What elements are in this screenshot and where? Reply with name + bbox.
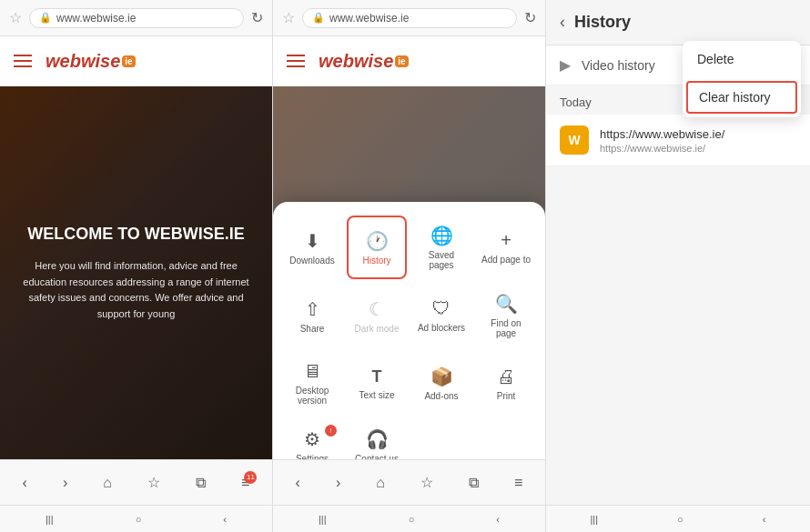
star-icon[interactable]: ☆ [9, 9, 22, 26]
system-nav-3: ||| ○ ‹ [546, 505, 810, 532]
menu-item-text-size[interactable]: T Text size [347, 352, 407, 415]
reload-icon[interactable]: ↻ [251, 9, 263, 26]
history-urls: https://www.webwise.ie/ https://www.webw… [600, 127, 724, 154]
dropdown-item-clear-history[interactable]: Clear history [686, 81, 797, 114]
menu-item-print[interactable]: 🖨 Print [476, 352, 536, 415]
history-dropdown-menu: Delete Clear history [683, 41, 801, 117]
saved-pages-label: Saved pages [416, 250, 467, 270]
url-text: www.webwise.ie [56, 12, 136, 25]
menu-item-add-page[interactable]: + Add page to [476, 216, 536, 279]
reload-icon-2[interactable]: ↻ [524, 9, 536, 26]
url-bar-2[interactable]: 🔒 www.webwise.ie [302, 8, 517, 28]
tabs-button[interactable]: ⧉ [188, 471, 213, 495]
browser-menu-overlay: ⬇ Downloads 🕐 History 🌐 Saved pages + Ad… [273, 202, 545, 482]
system-circle: ○ [136, 514, 142, 525]
bookmark-button-2[interactable]: ☆ [413, 470, 440, 495]
system-circle-3: ○ [677, 514, 683, 525]
system-back-3: ‹ [763, 514, 766, 525]
panel-2-browser: ☆ 🔒 www.webwise.ie ↻ webwiseie WELCOME T… [273, 0, 546, 532]
webwise-header-1: webwiseie [0, 36, 272, 86]
desktop-version-label: Desktop version [287, 386, 338, 406]
panel-3-history: ‹ History Delete Clear history ▶ Video h… [546, 0, 810, 532]
menu-button-2[interactable]: ≡ [507, 471, 530, 495]
downloads-label: Downloads [289, 256, 334, 266]
system-back-2: ‹ [496, 514, 500, 525]
share-icon: ⇧ [305, 298, 320, 320]
url-bar-1[interactable]: 🔒 www.webwise.ie [29, 8, 244, 28]
dropdown-item-delete[interactable]: Delete [683, 41, 801, 77]
addons-label: Add-ons [424, 391, 458, 401]
system-circle-2: ○ [409, 514, 415, 525]
print-label: Print [497, 391, 516, 401]
webwise-logo: webwiseie [46, 51, 136, 72]
logo-badge: ie [122, 55, 135, 67]
print-icon: 🖨 [497, 366, 515, 387]
dark-mode-icon: ☾ [369, 298, 385, 320]
hero-area: WELCOME TO WEBWISE.IE Here you will find… [0, 86, 272, 459]
lock-icon: 🔒 [39, 12, 52, 24]
system-back: ‹ [223, 514, 227, 525]
system-lines-2: ||| [319, 514, 327, 525]
menu-item-downloads[interactable]: ⬇ Downloads [282, 216, 342, 279]
ad-blockers-icon: 🛡 [432, 298, 451, 319]
forward-button-2[interactable]: › [329, 471, 348, 495]
browser-topbar-2: ☆ 🔒 www.webwise.ie ↻ [273, 0, 545, 36]
forward-button[interactable]: › [56, 471, 75, 495]
system-nav-2: ||| ○ ‹ [273, 505, 545, 532]
home-button[interactable]: ⌂ [96, 471, 119, 495]
menu-item-share[interactable]: ⇧ Share [282, 284, 342, 347]
back-button[interactable]: ‹ [15, 471, 35, 495]
menu-item-addons[interactable]: 📦 Add-ons [411, 352, 471, 415]
saved-pages-icon: 🌐 [430, 225, 453, 246]
hero-description: Here you will find information, advice a… [18, 258, 254, 322]
menu-item-desktop-version[interactable]: 🖥 Desktop version [282, 352, 342, 415]
contact-us-icon: 🎧 [366, 428, 389, 450]
hero-title: WELCOME TO WEBWISE.IE [27, 224, 245, 245]
history-entry-webwise[interactable]: W https://www.webwise.ie/ https://www.we… [546, 115, 810, 166]
webwise-logo-2: webwiseie [319, 51, 409, 72]
downloads-icon: ⬇ [305, 230, 320, 252]
history-url-main: https://www.webwise.ie/ [600, 127, 724, 141]
menu-item-find-on-page[interactable]: 🔍 Find on page [476, 284, 536, 347]
logo-web-text-2: webwise [319, 51, 393, 72]
settings-badge: ! [325, 425, 337, 437]
menu-item-saved-pages[interactable]: 🌐 Saved pages [411, 216, 471, 279]
menu-item-ad-blockers[interactable]: 🛡 Ad blockers [411, 284, 471, 347]
home-button-2[interactable]: ⌂ [369, 471, 392, 495]
lock-icon-2: 🔒 [312, 12, 325, 24]
tabs-button-2[interactable]: ⧉ [461, 471, 486, 495]
video-history-icon: ▶ [560, 56, 571, 74]
menu-button[interactable]: ≡ 11 [234, 471, 257, 495]
bookmark-button[interactable]: ☆ [140, 470, 167, 495]
history-back-button[interactable]: ‹ [560, 13, 565, 32]
back-button-2[interactable]: ‹ [289, 471, 308, 495]
find-on-page-label: Find on page [481, 318, 532, 338]
today-section-title: Today [560, 95, 592, 109]
bottom-nav-1: ‹ › ⌂ ☆ ⧉ ≡ 11 [0, 459, 272, 505]
add-page-label: Add page to [481, 255, 531, 265]
ad-blockers-label: Ad blockers [418, 323, 465, 333]
text-size-icon: T [372, 367, 382, 386]
dark-mode-label: Dark mode [355, 324, 400, 334]
find-on-page-icon: 🔍 [495, 293, 518, 315]
hamburger-menu-icon[interactable] [14, 55, 32, 67]
text-size-label: Text size [359, 390, 395, 400]
add-page-icon: + [501, 230, 511, 251]
star-icon-2[interactable]: ☆ [282, 9, 295, 26]
share-label: Share [300, 324, 325, 334]
system-nav-1: ||| ○ ‹ [0, 505, 272, 532]
menu-item-history[interactable]: 🕐 History [347, 216, 407, 279]
bottom-nav-2: ‹ › ⌂ ☆ ⧉ ≡ [273, 459, 545, 505]
history-topbar: ‹ History [546, 0, 810, 45]
video-history-label: Video history [582, 58, 655, 73]
history-page-title: History [574, 13, 796, 32]
logo-web-text: webwise [46, 51, 120, 72]
menu-grid: ⬇ Downloads 🕐 History 🌐 Saved pages + Ad… [278, 216, 541, 473]
hamburger-menu-icon-2[interactable] [287, 55, 305, 67]
menu-badge: 11 [244, 471, 257, 484]
desktop-version-icon: 🖥 [303, 361, 321, 382]
url-text-2: www.webwise.ie [329, 12, 409, 25]
menu-item-dark-mode[interactable]: ☾ Dark mode [347, 284, 407, 347]
settings-icon: ⚙ [304, 428, 320, 450]
browser-topbar-1: ☆ 🔒 www.webwise.ie ↻ [0, 0, 272, 36]
